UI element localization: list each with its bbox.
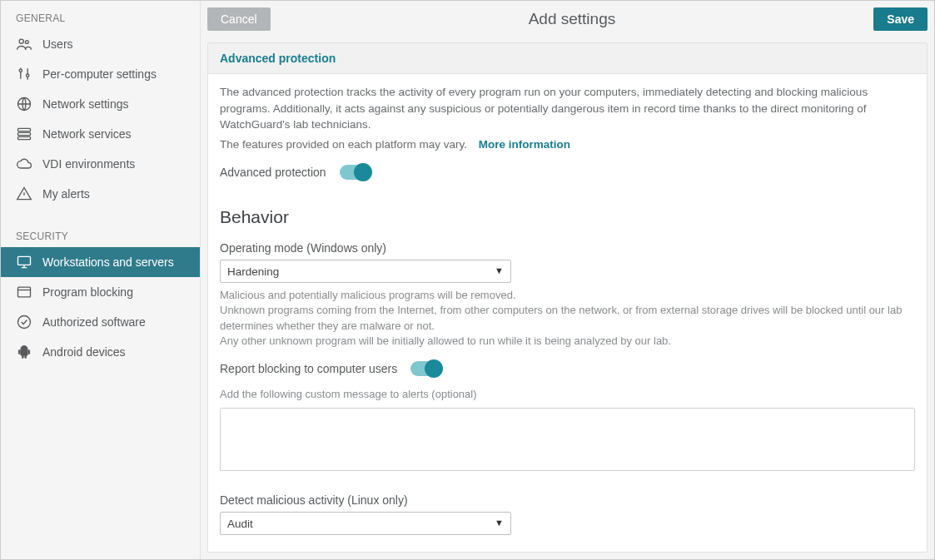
sidebar-item-network-services[interactable]: Network services [1,119,200,149]
custom-message-textarea[interactable] [220,408,915,471]
cancel-button[interactable]: Cancel [207,7,271,31]
detect-linux-label: Detect malicious activity (Linux only) [220,492,915,508]
report-blocking-toggle[interactable] [410,361,442,376]
svg-rect-15 [25,355,27,358]
settings-wires-icon [16,66,32,82]
topbar: Cancel Add settings Save [201,1,934,37]
intro-text-2: The features provided on each platform m… [220,136,915,153]
operating-mode-select[interactable]: Hardening ▼ [220,260,511,283]
page-title: Add settings [271,10,874,28]
window-icon [16,284,32,300]
sidebar-item-workstations-and-servers[interactable]: Workstations and servers [1,247,200,277]
sidebar-item-my-alerts[interactable]: My alerts [1,179,200,209]
op-mode-help-line2: Unknown programs coming from the Interne… [220,303,915,333]
sidebar-item-label: Authorized software [42,315,146,329]
check-circle-icon [16,314,32,330]
cloud-icon [16,156,32,172]
monitor-icon [16,254,32,270]
svg-point-0 [19,39,23,43]
svg-rect-7 [18,136,31,139]
alert-triangle-icon [16,186,32,202]
svg-rect-9 [18,287,31,297]
sidebar-item-label: Network settings [42,97,128,111]
svg-rect-6 [18,132,31,135]
operating-mode-label: Operating mode (Windows only) [220,240,915,256]
server-stack-icon [16,126,32,142]
sidebar-section-general-title: GENERAL [1,6,200,29]
intro-text-2-left: The features provided on each platform m… [220,138,467,151]
sidebar-item-users[interactable]: Users [1,29,200,59]
svg-rect-8 [18,256,31,265]
sidebar-item-label: Per-computer settings [42,67,157,81]
svg-rect-12 [18,350,20,354]
save-button[interactable]: Save [873,7,928,31]
svg-point-1 [25,41,28,44]
globe-icon [16,96,32,112]
sidebar-item-authorized-software[interactable]: Authorized software [1,307,200,337]
sidebar-item-label: Workstations and servers [42,255,174,269]
detect-linux-value: Audit [227,516,253,533]
users-icon [16,36,32,52]
svg-rect-5 [18,128,31,131]
svg-rect-11 [21,349,27,356]
operating-mode-value: Hardening [227,264,279,280]
sidebar-section-security-title: SECURITY [1,224,200,247]
svg-point-2 [19,69,22,72]
panel-section-title: Advanced protection [208,43,927,74]
detect-linux-select[interactable]: Audit ▼ [220,512,511,535]
custom-message-label: Add the following custom message to aler… [220,387,915,402]
advanced-protection-label: Advanced protection [220,164,326,181]
android-icon [16,344,32,360]
intro-text-1: The advanced protection tracks the activ… [220,84,915,133]
sidebar-item-per-computer-settings[interactable]: Per-computer settings [1,59,200,89]
sidebar-item-vdi-environments[interactable]: VDI environments [1,149,200,179]
svg-rect-14 [22,355,24,358]
op-mode-help-line1: Malicious and potentially malicious prog… [220,288,915,303]
svg-point-3 [27,74,29,77]
advanced-protection-toggle[interactable] [340,165,371,180]
operating-mode-help: Malicious and potentially malicious prog… [220,288,915,349]
more-information-link[interactable]: More information [479,138,570,151]
sidebar-item-android-devices[interactable]: Android devices [1,337,200,367]
chevron-down-icon: ▼ [495,265,504,278]
sidebar-item-label: Users [42,37,73,51]
sidebar-item-label: Program blocking [42,285,133,299]
main-area: Cancel Add settings Save Advanced protec… [201,1,934,559]
svg-rect-13 [28,350,30,354]
sidebar-item-network-settings[interactable]: Network settings [1,89,200,119]
behavior-heading: Behavior [220,205,915,230]
sidebar: GENERAL Users Per-computer settings Netw… [1,1,201,559]
report-blocking-label: Report blocking to computer users [220,360,397,377]
settings-panel: Advanced protection The advanced protect… [207,42,928,553]
sidebar-item-label: VDI environments [42,157,135,171]
sidebar-item-label: Android devices [42,345,126,359]
sidebar-item-program-blocking[interactable]: Program blocking [1,277,200,307]
sidebar-item-label: Network services [42,127,132,141]
svg-point-10 [18,316,31,329]
chevron-down-icon: ▼ [495,517,504,530]
op-mode-help-line3: Any other unknown program will be initia… [220,334,915,349]
sidebar-item-label: My alerts [42,187,90,201]
